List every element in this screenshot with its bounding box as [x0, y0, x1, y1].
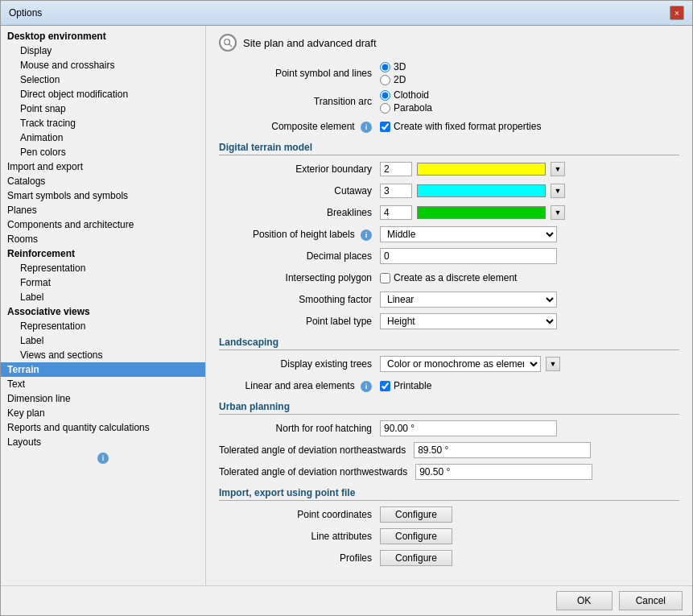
display-trees-dropdown[interactable]: ▼ — [546, 357, 560, 371]
urban-planning-section: Urban planning — [219, 401, 679, 415]
point-label-type-select[interactable]: Height Name Number — [380, 313, 557, 329]
sidebar-item-format[interactable]: Format — [1, 275, 205, 290]
position-height-select[interactable]: Middle Top Bottom — [380, 226, 557, 242]
tolerated-ne-row: Tolerated angle of deviation northeastwa… — [219, 441, 679, 459]
sidebar-item-pen-colors[interactable]: Pen colors — [1, 145, 205, 159]
radio-parabola[interactable] — [380, 103, 390, 114]
sidebar-item-track-tracing[interactable]: Track tracing — [1, 116, 205, 130]
intersecting-checkbox-text: Create as a discrete element — [394, 272, 517, 283]
cutaway-num[interactable] — [380, 184, 412, 198]
decimal-places-input[interactable] — [380, 248, 557, 264]
north-label: North for roof hatching — [219, 423, 380, 434]
sidebar-item-reports[interactable]: Reports and quantity calculations — [1, 420, 205, 435]
position-height-info-icon: i — [361, 229, 372, 241]
line-attributes-configure-btn[interactable]: Configure — [380, 528, 452, 544]
sidebar-item-selection[interactable]: Selection — [1, 72, 205, 87]
breaklines-label: Breaklines — [219, 207, 380, 218]
point-coordinates-label: Point coordinates — [219, 509, 380, 520]
svg-line-1 — [229, 44, 232, 47]
profiles-configure-btn[interactable]: Configure — [380, 550, 452, 566]
sidebar-item-dimension-line[interactable]: Dimension line — [1, 391, 205, 406]
exterior-boundary-num[interactable] — [380, 162, 412, 176]
breaklines-num[interactable] — [380, 205, 412, 220]
breaklines-row: Breaklines ▼ — [219, 204, 679, 221]
exterior-boundary-color — [417, 163, 546, 176]
decimal-places-label: Decimal places — [219, 250, 380, 262]
composite-element-row: Composite element i Create with fixed fo… — [219, 118, 679, 135]
display-trees-controls: Color or monochrome as element proper ▼ — [380, 356, 679, 372]
cancel-button[interactable]: Cancel — [619, 591, 683, 610]
linear-area-controls: Printable — [380, 380, 679, 391]
sidebar-item-smart-symbols[interactable]: Smart symbols and symbols — [1, 188, 205, 203]
exterior-boundary-dropdown[interactable]: ▼ — [551, 162, 565, 176]
radio-2d-label: 2D — [394, 74, 406, 85]
sidebar-item-catalogs[interactable]: Catalogs — [1, 174, 205, 188]
sidebar-item-direct-obj[interactable]: Direct object modification — [1, 87, 205, 101]
sidebar-item-display[interactable]: Display — [1, 43, 205, 58]
sidebar-item-point-snap[interactable]: Point snap — [1, 101, 205, 116]
tolerated-nw-controls — [415, 464, 679, 480]
point-coordinates-row: Point coordinates Configure — [219, 506, 679, 523]
composite-checkbox[interactable] — [380, 122, 390, 132]
sidebar-item-label2[interactable]: Label — [1, 333, 205, 348]
tolerated-ne-input[interactable] — [414, 442, 591, 458]
close-button[interactable]: × — [670, 6, 684, 20]
composite-info-icon: i — [361, 122, 372, 133]
line-attributes-row: Line attributes Configure — [219, 527, 679, 545]
display-trees-label: Display existing trees — [219, 358, 380, 370]
sidebar-item-representation[interactable]: Representation — [1, 261, 205, 275]
sidebar-item-animation[interactable]: Animation — [1, 130, 205, 145]
digital-terrain-section: Digital terrain model — [219, 142, 679, 155]
sidebar-item-reinforcement[interactable]: Reinforcement — [1, 246, 205, 261]
point-symbol-row: Point symbol and lines 3D 2D — [219, 61, 679, 85]
north-input[interactable] — [380, 420, 557, 436]
linear-area-checkbox-text: Printable — [394, 380, 431, 391]
sidebar-item-text[interactable]: Text — [1, 377, 205, 391]
radio-clothoid[interactable] — [380, 90, 390, 101]
radio-2d-row: 2D — [380, 74, 406, 85]
smoothing-factor-select[interactable]: Linear Cubic None — [380, 291, 557, 308]
sidebar-item-representation2[interactable]: Representation — [1, 319, 205, 333]
ok-button[interactable]: OK — [556, 591, 613, 610]
sidebar-item-mouse[interactable]: Mouse and crosshairs — [1, 58, 205, 72]
options-dialog: Options × Desktop environment Display Mo… — [0, 0, 693, 616]
point-label-type-label: Point label type — [219, 316, 380, 327]
main-panel: Site plan and advanced draft Point symbo… — [206, 26, 692, 585]
composite-element-label: Composite element i — [219, 121, 380, 133]
linear-area-checkbox[interactable] — [380, 381, 390, 391]
sidebar-item-layouts[interactable]: Layouts — [1, 435, 205, 449]
intersecting-checkbox[interactable] — [380, 273, 390, 283]
sidebar-item-components[interactable]: Components and architecture — [1, 217, 205, 232]
sidebar-item-desktop-env[interactable]: Desktop environment — [1, 29, 205, 43]
display-trees-select[interactable]: Color or monochrome as element proper — [380, 356, 541, 372]
radio-3d[interactable] — [380, 62, 390, 72]
section-header: Site plan and advanced draft — [219, 34, 679, 52]
sidebar-item-import-export[interactable]: Import and export — [1, 159, 205, 174]
breaklines-dropdown[interactable]: ▼ — [551, 205, 565, 220]
point-symbol-label: Point symbol and lines — [219, 68, 380, 79]
radio-2d[interactable] — [380, 75, 390, 85]
transition-arc-controls: Clothoid Parabola — [380, 89, 679, 114]
intersecting-checkbox-label: Create as a discrete element — [380, 272, 517, 283]
sidebar-info-icon: i — [97, 453, 109, 464]
radio-3d-label: 3D — [394, 61, 406, 72]
sidebar-item-planes[interactable]: Planes — [1, 203, 205, 217]
sidebar-item-terrain[interactable]: Terrain — [1, 362, 205, 377]
cutaway-label: Cutaway — [219, 185, 380, 196]
sidebar-item-assoc-views[interactable]: Associative views — [1, 304, 205, 319]
tolerated-nw-input[interactable] — [415, 464, 592, 480]
composite-checkbox-text: Create with fixed format properties — [394, 121, 541, 132]
point-coordinates-configure-btn[interactable]: Configure — [380, 506, 452, 523]
tolerated-ne-label: Tolerated angle of deviation northeastwa… — [219, 444, 414, 456]
cutaway-controls: ▼ — [380, 184, 679, 198]
sidebar-item-key-plan[interactable]: Key plan — [1, 406, 205, 420]
sidebar-item-rooms[interactable]: Rooms — [1, 232, 205, 246]
sidebar: Desktop environment Display Mouse and cr… — [1, 26, 206, 585]
sidebar-item-label[interactable]: Label — [1, 290, 205, 304]
profiles-row: Profiles Configure — [219, 549, 679, 567]
sidebar-info-area: i — [1, 449, 205, 467]
cutaway-dropdown[interactable]: ▼ — [551, 184, 565, 198]
exterior-boundary-label: Exterior boundary — [219, 163, 380, 175]
sidebar-item-views-sections[interactable]: Views and sections — [1, 348, 205, 362]
position-height-controls: Middle Top Bottom — [380, 226, 679, 242]
